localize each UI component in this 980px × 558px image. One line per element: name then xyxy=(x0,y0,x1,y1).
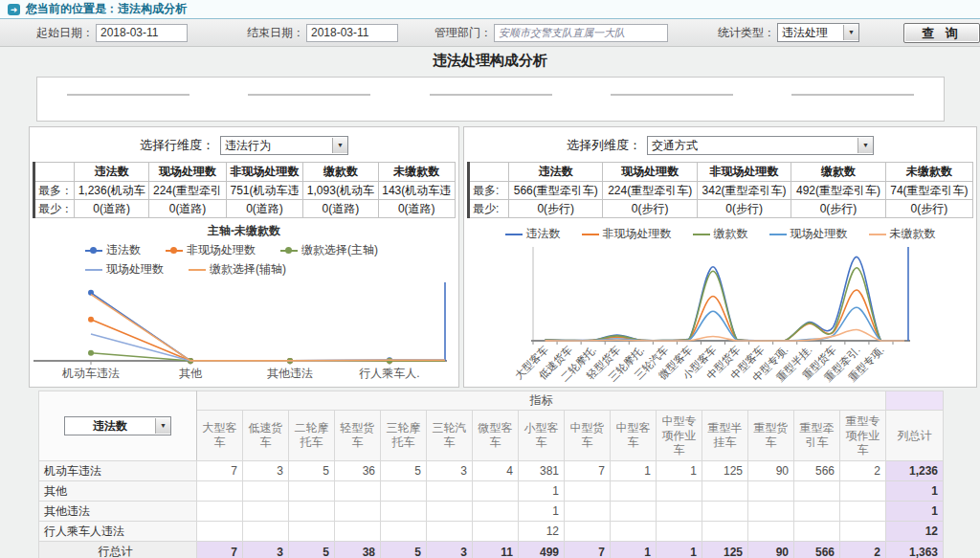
row-dimension-select[interactable]: 违法行为 ▼ xyxy=(220,136,348,155)
pivot-table: 违法数 ▼ 指标 大型客车低速货车二轮摩托车轻型货车三轮摩托车三轮汽车微型客车小… xyxy=(38,391,944,558)
legend-marker-icon xyxy=(769,234,787,235)
table-cell: 36 xyxy=(335,461,381,481)
minmax-cell: 0(步行) xyxy=(603,200,697,218)
left-chart-title: 主轴-未缴款数 xyxy=(30,223,458,239)
line-chart-svg: 机动车违法其他其他违法行人乘车人. xyxy=(30,279,455,386)
legend-label: 违法数 xyxy=(106,242,141,258)
table-cell xyxy=(473,502,519,522)
table-row: 其他违法11 xyxy=(39,502,944,522)
legend-marker-icon xyxy=(189,269,206,271)
right-chart: 大型客车低速货车二轮摩托.轻型货车三轮摩托.三轮汽车微型客车小型客车中型货车中型… xyxy=(464,243,976,392)
pivot-row-label: 其他违法 xyxy=(39,502,197,522)
stat-type-select[interactable]: 违法处理 ▼ xyxy=(777,23,859,42)
legend-marker-icon xyxy=(869,234,886,235)
table-cell xyxy=(794,502,840,522)
column-dimension-select[interactable]: 交通方式 ▼ xyxy=(647,136,874,155)
minmax-row-label: 最少: xyxy=(469,200,509,218)
table-cell xyxy=(748,502,794,522)
legend-marker-icon xyxy=(582,234,599,235)
legend-label: 现场处理数 xyxy=(791,226,848,242)
stat-value xyxy=(791,92,914,96)
legend-item[interactable]: 缴款选择(主轴) xyxy=(280,242,378,258)
table-cell xyxy=(748,522,794,542)
minmax-cell: 0(道路) xyxy=(378,200,455,218)
minmax-col-header: 非现场处理数 xyxy=(226,163,302,182)
table-cell xyxy=(611,522,657,542)
legend-item[interactable]: 违法数 xyxy=(505,226,561,242)
legend-label: 未缴款数 xyxy=(890,226,936,242)
metric-select[interactable]: 违法数 ▼ xyxy=(64,416,171,435)
department-input[interactable] xyxy=(494,24,668,42)
start-date-label: 起始日期： xyxy=(36,25,94,41)
legend-item[interactable]: 非现场处理数 xyxy=(582,226,672,242)
table-cell: 1 xyxy=(657,461,702,481)
legend-item[interactable]: 违法数 xyxy=(85,242,141,258)
table-cell xyxy=(794,481,840,502)
table-cell xyxy=(427,522,473,542)
table-cell xyxy=(702,481,748,502)
legend-label: 现场处理数 xyxy=(106,261,164,278)
minmax-row-label: 最多： xyxy=(34,182,75,200)
stat-value xyxy=(430,92,552,96)
table-cell: 125 xyxy=(702,542,748,558)
x-axis-label: 机动车违法 xyxy=(61,367,120,380)
start-date-input[interactable] xyxy=(96,24,188,42)
table-cell xyxy=(565,481,611,502)
table-cell: 7 xyxy=(197,461,243,481)
minmax-cell: 0(步行) xyxy=(885,200,972,218)
minmax-cell: 0(步行) xyxy=(509,200,603,218)
grand-total-row: 行总计7353853114997111259056621,363 xyxy=(39,542,944,558)
table-cell xyxy=(289,481,335,502)
table-cell xyxy=(427,502,473,522)
legend-item[interactable]: 现场处理数 xyxy=(769,226,848,242)
end-date-label: 结束日期： xyxy=(247,25,304,41)
minmax-col-header: 现场处理数 xyxy=(149,163,226,182)
pivot-col-header: 重型半挂车 xyxy=(702,411,748,461)
table-row: 其他11 xyxy=(39,481,944,502)
summary-stat xyxy=(763,78,944,121)
table-cell xyxy=(565,502,611,522)
legend-item[interactable]: 非现场处理数 xyxy=(166,242,256,258)
row-total-cell: 1 xyxy=(886,481,944,502)
query-button[interactable]: 查 询 xyxy=(903,23,980,43)
minmax-row: 最少：0(道路)0(道路)0(道路)0(道路)0(道路) xyxy=(34,200,456,218)
stat-type-label: 统计类型： xyxy=(718,25,775,41)
legend-item[interactable]: 缴款选择(辅轴) xyxy=(189,261,286,278)
chevron-down-icon: ▼ xyxy=(332,138,347,153)
minmax-col-header: 违法数 xyxy=(75,163,149,182)
chevron-down-icon: ▼ xyxy=(843,25,858,40)
column-dimension-panel: 选择列维度： 交通方式 ▼ 违法数现场处理数非现场处理数缴款数未缴款数最多:56… xyxy=(463,126,977,388)
table-cell xyxy=(702,502,748,522)
table-cell: 125 xyxy=(702,461,748,481)
table-cell: 1 xyxy=(519,481,565,502)
table-cell xyxy=(381,522,427,542)
minmax-cell: 0(道路) xyxy=(149,200,226,218)
minmax-header-row: 违法数现场处理数非现场处理数缴款数未缴款数 xyxy=(469,163,973,182)
legend-label: 缴款选择(辅轴) xyxy=(210,261,286,278)
minmax-cell: 224(重型牵引车) xyxy=(603,182,697,200)
left-chart-legend: 违法数非现场处理数缴款选择(主轴)现场处理数缴款选择(辅轴) xyxy=(85,242,451,278)
location-arrow-icon: ➜ xyxy=(8,4,20,15)
table-cell: 1 xyxy=(611,542,657,558)
minmax-row-label: 最少： xyxy=(34,200,75,218)
minmax-cell: 0(步行) xyxy=(697,200,791,218)
table-cell: 3 xyxy=(427,542,473,558)
minmax-cell: 143(机动车违 xyxy=(378,182,455,200)
minmax-cell: 751(机动车违 xyxy=(226,182,302,200)
legend-item[interactable]: 缴款数 xyxy=(693,226,748,242)
minmax-cell: 1,093(机动车 xyxy=(303,182,378,200)
table-row: 机动车违法735365343817111259056621,236 xyxy=(39,461,944,481)
minmax-cell: 566(重型牵引车) xyxy=(509,182,603,200)
table-cell: 499 xyxy=(519,542,565,558)
row-minmax-table: 违法数现场处理数非现场处理数缴款数未缴款数最多：1,236(机动车224(重型牵… xyxy=(33,162,456,218)
stat-value xyxy=(67,92,189,96)
end-date-input[interactable] xyxy=(306,24,398,42)
legend-label: 缴款选择(主轴) xyxy=(301,242,378,258)
legend-marker-icon xyxy=(693,234,710,235)
table-cell xyxy=(473,522,519,542)
minmax-cell: 492(重型牵引车) xyxy=(791,182,885,200)
legend-item[interactable]: 未缴款数 xyxy=(869,226,936,242)
table-cell xyxy=(197,481,243,502)
legend-item[interactable]: 现场处理数 xyxy=(85,261,164,278)
legend-label: 非现场处理数 xyxy=(603,226,672,242)
